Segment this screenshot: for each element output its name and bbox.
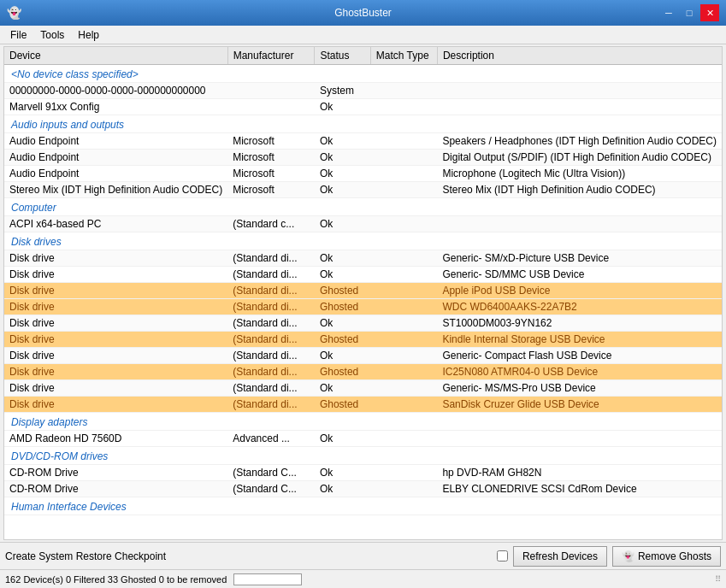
- col-header-status: Status: [315, 47, 370, 65]
- ghost-icon: 👻: [622, 550, 635, 562]
- menu-item-file[interactable]: File: [3, 27, 33, 43]
- cell-status: Ghosted: [315, 397, 370, 413]
- menu-item-tools[interactable]: Tools: [33, 27, 71, 43]
- table-row[interactable]: Audio EndpointMicrosoftOkDigital Output …: [4, 150, 722, 166]
- cell-description: [437, 216, 722, 232]
- restore-label: Create System Restore Checkpoint: [5, 550, 488, 562]
- table-row[interactable]: Disk drive(Standard di...GhostedIC25N080…: [4, 364, 722, 380]
- table-row[interactable]: CD-ROM Drive(Standard C...OkELBY CLONEDR…: [4, 481, 722, 497]
- cell-description: [437, 99, 722, 115]
- resize-grip: ⠿: [715, 574, 721, 584]
- cell-matchtype: [370, 431, 437, 447]
- main-content: Device Manufacturer Status Match Type De…: [0, 44, 726, 588]
- maximize-button[interactable]: □: [680, 4, 699, 21]
- cell-manufacturer: (Standard di...: [227, 332, 315, 348]
- cell-status: Ok: [315, 216, 370, 232]
- cell-status: Ok: [315, 267, 370, 283]
- cell-description: [437, 431, 722, 447]
- cell-description: WDC WD6400AAKS-22A7B2: [437, 299, 722, 315]
- app-title: GhostBuster: [334, 7, 392, 19]
- menu-item-help[interactable]: Help: [71, 27, 106, 43]
- table-row[interactable]: Disk drive(Standard di...GhostedApple iP…: [4, 283, 722, 299]
- table-row[interactable]: Disk drive(Standard di...GhostedKindle I…: [4, 332, 722, 348]
- title-bar: 👻 GhostBuster ─ □ ✕: [0, 0, 726, 26]
- table-row[interactable]: Disk drive(Standard di...OkGeneric- SD/M…: [4, 267, 722, 283]
- device-table: Device Manufacturer Status Match Type De…: [4, 47, 722, 515]
- remove-ghosts-button[interactable]: 👻 Remove Ghosts: [612, 546, 721, 567]
- table-row[interactable]: ACPI x64-based PC(Standard c...Ok: [4, 216, 722, 232]
- cell-manufacturer: (Standard di...: [227, 380, 315, 397]
- restore-checkbox[interactable]: [497, 550, 508, 562]
- cell-manufacturer: [227, 83, 315, 99]
- cell-description: Kindle Internal Storage USB Device: [437, 332, 722, 348]
- cell-matchtype: [370, 380, 437, 397]
- cell-description: IC25N080 ATMR04-0 USB Device: [437, 364, 722, 380]
- cell-status: Ok: [315, 380, 370, 397]
- cell-matchtype: [370, 364, 437, 380]
- cell-status: Ok: [315, 481, 370, 497]
- table-row[interactable]: AMD Radeon HD 7560DAdvanced ...Ok: [4, 431, 722, 447]
- cell-matchtype: [370, 166, 437, 182]
- table-row[interactable]: Audio EndpointMicrosoftOkMicrophone (Log…: [4, 166, 722, 182]
- cell-status: Ghosted: [315, 364, 370, 380]
- table-header: Device Manufacturer Status Match Type De…: [4, 47, 722, 65]
- section-header-row: Computer: [4, 198, 722, 216]
- cell-matchtype: [370, 182, 437, 198]
- cell-status: Ok: [315, 348, 370, 364]
- table-row[interactable]: Disk drive(Standard di...GhostedSanDisk …: [4, 397, 722, 413]
- cell-device: Marvell 91xx Config: [4, 99, 227, 115]
- cell-device: Audio Endpoint: [4, 133, 227, 150]
- cell-description: [437, 83, 722, 99]
- cell-matchtype: [370, 315, 437, 332]
- cell-device: Disk drive: [4, 315, 227, 332]
- table-row[interactable]: Stereo Mix (IDT High Definition Audio CO…: [4, 182, 722, 198]
- cell-matchtype: [370, 267, 437, 283]
- cell-device: Audio Endpoint: [4, 150, 227, 166]
- table-row[interactable]: Audio EndpointMicrosoftOkSpeakers / Head…: [4, 133, 722, 150]
- cell-status: Ok: [315, 133, 370, 150]
- cell-manufacturer: (Standard di...: [227, 267, 315, 283]
- cell-description: Generic- MS/MS-Pro USB Device: [437, 380, 722, 397]
- table-row[interactable]: Disk drive(Standard di...OkST1000DM003-9…: [4, 315, 722, 332]
- cell-device: Disk drive: [4, 332, 227, 348]
- cell-manufacturer: (Standard C...: [227, 465, 315, 481]
- cell-device: AMD Radeon HD 7560D: [4, 431, 227, 447]
- cell-status: Ok: [315, 250, 370, 267]
- cell-device: Disk drive: [4, 267, 227, 283]
- table-row[interactable]: Marvell 91xx ConfigOk: [4, 99, 722, 115]
- minimize-button[interactable]: ─: [659, 4, 678, 21]
- table-body: <No device class specified>00000000-0000…: [4, 65, 722, 515]
- table-row[interactable]: Disk drive(Standard di...OkGeneric- SM/x…: [4, 250, 722, 267]
- cell-status: Ok: [315, 182, 370, 198]
- table-row[interactable]: Disk drive(Standard di...OkGeneric- Comp…: [4, 348, 722, 364]
- cell-device: ACPI x64-based PC: [4, 216, 227, 232]
- status-bar: 162 Device(s) 0 Filtered 33 Ghosted 0 to…: [0, 569, 726, 588]
- col-header-description: Description: [437, 47, 722, 65]
- cell-manufacturer: (Standard di...: [227, 348, 315, 364]
- cell-status: Ok: [315, 431, 370, 447]
- section-header-row: Disk drives: [4, 232, 722, 250]
- cell-status: Ghosted: [315, 283, 370, 299]
- col-header-manufacturer: Manufacturer: [227, 47, 315, 65]
- table-row[interactable]: Disk drive(Standard di...GhostedWDC WD64…: [4, 299, 722, 315]
- cell-matchtype: [370, 465, 437, 481]
- cell-device: CD-ROM Drive: [4, 465, 227, 481]
- table-row[interactable]: CD-ROM Drive(Standard C...Okhp DVD-RAM G…: [4, 465, 722, 481]
- cell-manufacturer: Microsoft: [227, 166, 315, 182]
- cell-description: Microphone (Logitech Mic (Ultra Vision)): [437, 166, 722, 182]
- close-button[interactable]: ✕: [700, 4, 719, 21]
- section-header-row: Display adapters: [4, 413, 722, 431]
- cell-status: Ok: [315, 150, 370, 166]
- cell-device: Stereo Mix (IDT High Definition Audio CO…: [4, 182, 227, 198]
- app-icon: 👻: [7, 6, 21, 20]
- table-row[interactable]: Disk drive(Standard di...OkGeneric- MS/M…: [4, 380, 722, 397]
- refresh-button[interactable]: Refresh Devices: [513, 546, 607, 567]
- cell-description: Generic- SD/MMC USB Device: [437, 267, 722, 283]
- remove-label: Remove Ghosts: [638, 550, 711, 562]
- table-row[interactable]: 00000000-0000-0000-0000-000000000000Syst…: [4, 83, 722, 99]
- cell-device: Disk drive: [4, 348, 227, 364]
- bottom-bar: Create System Restore Checkpoint Refresh…: [0, 542, 726, 569]
- cell-manufacturer: (Standard di...: [227, 283, 315, 299]
- table-scroll[interactable]: Device Manufacturer Status Match Type De…: [4, 47, 722, 539]
- cell-matchtype: [370, 83, 437, 99]
